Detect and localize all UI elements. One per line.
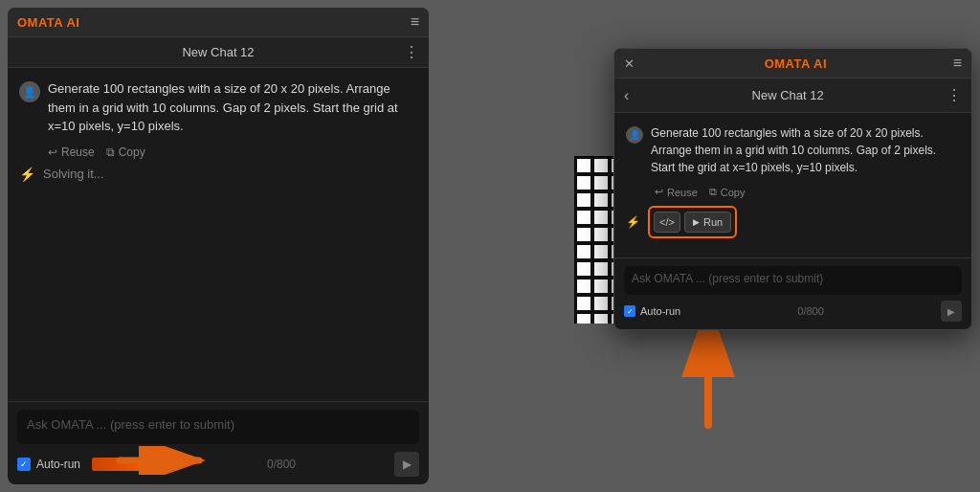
message-actions: ↩ Reuse ⧉ Copy [48, 145, 417, 159]
left-chat-title: New Chat 12 [182, 45, 254, 59]
right-back-icon[interactable]: ‹ [624, 87, 629, 104]
right-auto-run-group: ✓ Auto-run [624, 305, 680, 317]
right-panel: ✕ OMATA AI ≡ ‹ New Chat 12 ⋮ 👤 Generate … [613, 48, 972, 330]
right-footer-controls: ✓ Auto-run 0/800 ▶ [624, 301, 962, 322]
user-avatar: 👤 [19, 81, 40, 102]
right-message-row: 👤 Generate 100 rectangles with a size of… [626, 124, 960, 176]
right-reuse-icon: ↩ [655, 186, 663, 198]
code-button[interactable]: </> [654, 212, 680, 233]
reuse-icon: ↩ [48, 145, 57, 159]
right-chat-title: New Chat 12 [752, 88, 824, 102]
copy-button[interactable]: ⧉ Copy [106, 145, 145, 159]
right-hamburger-icon[interactable]: ≡ [953, 55, 962, 72]
left-input-area[interactable]: Ask OMATA ... (press enter to submit) [17, 410, 419, 444]
left-hamburger-icon[interactable]: ≡ [411, 13, 419, 31]
right-input-placeholder: Ask OMATA ... (press enter to submit) [632, 272, 823, 285]
right-send-button[interactable]: ▶ [941, 301, 962, 322]
left-send-button[interactable]: ▶ [394, 452, 419, 477]
solving-text: Solving it... [43, 167, 104, 181]
lightning-icon: ⚡ [19, 167, 35, 182]
right-chat-header: ‹ New Chat 12 ⋮ [614, 78, 971, 113]
run-button[interactable]: ▶ Run [684, 212, 731, 233]
right-user-avatar: 👤 [626, 126, 643, 144]
right-close-icon[interactable]: ✕ [624, 56, 635, 71]
right-footer: Ask OMATA ... (press enter to submit) ✓ … [614, 257, 971, 329]
run-play-icon: ▶ [693, 217, 700, 227]
left-auto-run-label: Auto-run [36, 458, 80, 471]
left-arrow-indicator [92, 458, 168, 471]
right-copy-button[interactable]: ⧉ Copy [709, 186, 746, 198]
right-content: 👤 Generate 100 rectangles with a size of… [614, 113, 971, 257]
right-input-area[interactable]: Ask OMATA ... (press enter to submit) [624, 266, 962, 295]
right-titlebar: ✕ OMATA AI ≡ [614, 49, 971, 78]
left-dots-icon[interactable]: ⋮ [404, 43, 419, 61]
message-text: Generate 100 rectangles with a size of 2… [48, 79, 417, 136]
left-panel: OMATA AI ≡ New Chat 12 ⋮ 👤 Generate 100 … [8, 8, 429, 484]
left-content: 👤 Generate 100 rectangles with a size of… [8, 68, 429, 401]
right-auto-run-label: Auto-run [640, 305, 680, 317]
left-auto-run-checkbox[interactable]: ✓ [17, 458, 31, 471]
right-lightning-icon: ⚡ [626, 215, 640, 229]
left-titlebar: OMATA AI ≡ [8, 8, 429, 37]
copy-icon: ⧉ [106, 145, 115, 159]
left-char-count: 0/800 [267, 458, 296, 471]
right-copy-icon: ⧉ [709, 186, 717, 198]
left-footer-controls: ✓ Auto-run 0/800 ▶ [17, 452, 419, 477]
run-code-area: </> ▶ Run [648, 206, 737, 238]
right-auto-run-checkbox[interactable]: ✓ [624, 305, 635, 317]
right-dots-icon[interactable]: ⋮ [947, 86, 962, 104]
right-message-text: Generate 100 rectangles with a size of 2… [651, 124, 960, 176]
left-auto-run-group: ✓ Auto-run [17, 458, 168, 471]
right-code-row: ⚡ </> ▶ Run [626, 198, 960, 246]
right-brand: OMATA AI [765, 56, 827, 71]
left-brand: OMATA AI [17, 15, 79, 30]
message-row: 👤 Generate 100 rectangles with a size of… [19, 79, 417, 136]
left-footer: Ask OMATA ... (press enter to submit) ✓ … [8, 401, 429, 484]
right-message-actions: ↩ Reuse ⧉ Copy [655, 186, 960, 198]
right-reuse-button[interactable]: ↩ Reuse [655, 186, 698, 198]
up-arrow [670, 320, 746, 435]
reuse-button[interactable]: ↩ Reuse [48, 145, 95, 159]
right-char-count: 0/800 [797, 305, 824, 317]
solving-row: ⚡ Solving it... [19, 159, 417, 190]
left-chat-header: New Chat 12 ⋮ [8, 37, 429, 68]
left-input-placeholder: Ask OMATA ... (press enter to submit) [27, 417, 234, 432]
